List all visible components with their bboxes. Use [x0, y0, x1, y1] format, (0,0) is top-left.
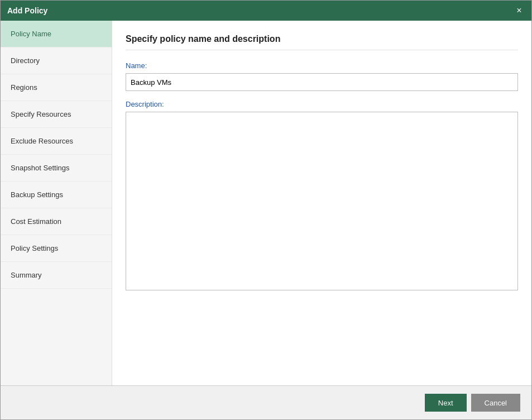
- sidebar-item-policy-settings[interactable]: Policy Settings: [1, 235, 112, 262]
- sidebar-item-cost-estimation[interactable]: Cost Estimation: [1, 208, 112, 235]
- sidebar-item-snapshot-settings[interactable]: Snapshot Settings: [1, 155, 112, 182]
- add-policy-dialog: Add Policy × Policy NameDirectoryRegions…: [0, 0, 532, 420]
- description-group: Description:: [126, 100, 518, 293]
- dialog-body: Policy NameDirectoryRegionsSpecify Resou…: [1, 21, 531, 385]
- description-textarea[interactable]: [126, 112, 518, 290]
- sidebar-item-exclude-resources[interactable]: Exclude Resources: [1, 128, 112, 155]
- content-header: Specify policy name and description: [126, 34, 518, 50]
- sidebar-item-summary[interactable]: Summary: [1, 262, 112, 289]
- name-label: Name:: [126, 61, 518, 70]
- dialog-footer: Next Cancel: [1, 385, 531, 419]
- main-content: Specify policy name and description Name…: [112, 21, 531, 385]
- sidebar-item-backup-settings[interactable]: Backup Settings: [1, 182, 112, 208]
- dialog-titlebar: Add Policy ×: [1, 1, 531, 21]
- description-label: Description:: [126, 100, 518, 108]
- name-input[interactable]: [126, 73, 518, 91]
- name-group: Name:: [126, 61, 518, 91]
- dialog-title: Add Policy: [7, 6, 47, 15]
- cancel-button[interactable]: Cancel: [471, 394, 520, 412]
- sidebar-item-policy-name[interactable]: Policy Name: [1, 21, 112, 47]
- next-button[interactable]: Next: [425, 394, 467, 412]
- close-button[interactable]: ×: [514, 5, 525, 16]
- sidebar-item-regions[interactable]: Regions: [1, 74, 112, 101]
- sidebar: Policy NameDirectoryRegionsSpecify Resou…: [1, 21, 112, 385]
- sidebar-item-directory[interactable]: Directory: [1, 47, 112, 74]
- sidebar-item-specify-resources[interactable]: Specify Resources: [1, 101, 112, 128]
